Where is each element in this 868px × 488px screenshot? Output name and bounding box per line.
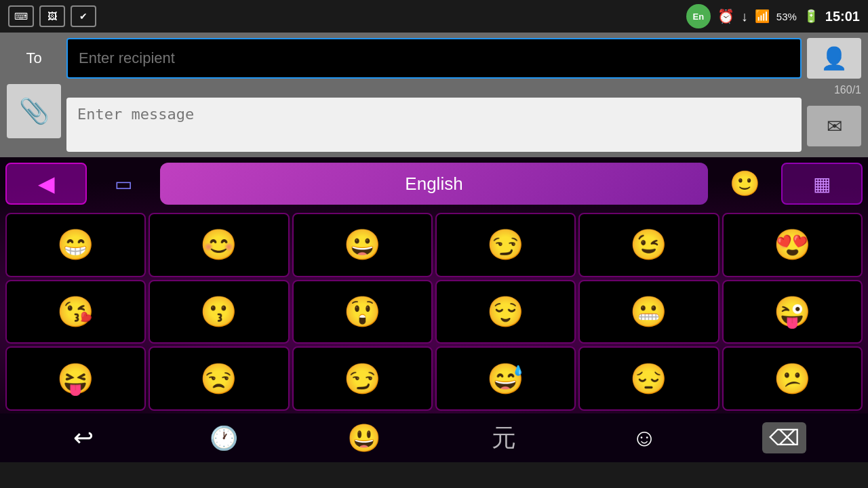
- attach-button[interactable]: 📎: [7, 84, 61, 138]
- emoji-smirk2[interactable]: 😏: [292, 346, 433, 411]
- language-button[interactable]: English: [160, 163, 708, 205]
- emoji-smirk[interactable]: 😏: [435, 213, 576, 277]
- microphone-icon: ◀: [38, 171, 55, 197]
- emoji-face-icon: 😃: [347, 422, 381, 454]
- kanji-button[interactable]: 元: [434, 418, 574, 458]
- battery-text: 53%: [776, 11, 797, 22]
- time-display: 15:01: [825, 9, 860, 24]
- emoji-pensive[interactable]: 😔: [578, 346, 719, 411]
- clock-icon: 🕐: [210, 424, 238, 451]
- clipboard-icon: ▭: [115, 173, 132, 195]
- check-icon: ✔: [71, 5, 96, 27]
- emoji-confused[interactable]: 😕: [722, 346, 863, 411]
- emoji-winking-tongue[interactable]: 😜: [722, 280, 863, 344]
- emoji-kissing[interactable]: 😗: [149, 280, 289, 344]
- message-row: 📎 160/1 ✉: [7, 84, 861, 152]
- emoji-relieved[interactable]: 😌: [435, 280, 576, 344]
- message-wrapper: 160/1 ✉: [66, 84, 861, 152]
- emoji-wink[interactable]: 😉: [578, 213, 719, 277]
- keyboard-area: ◀ ▭ English 🙂 ▦ 😁 😊 😀 😏 😉 😍 😘 😗 😲 😌 😬 😜 …: [0, 157, 868, 462]
- backspace-icon: ⌫: [762, 422, 806, 453]
- emoji-heart-eyes[interactable]: 😍: [722, 213, 863, 277]
- alarm-icon: ⏰: [717, 8, 734, 24]
- keyboard-top-bar: ◀ ▭ English 🙂 ▦: [0, 157, 868, 210]
- emoji-grinning[interactable]: 😁: [5, 213, 146, 277]
- contact-icon: 👤: [821, 45, 848, 71]
- language-badge: En: [686, 4, 711, 28]
- emoji-smiling[interactable]: 😊: [149, 213, 289, 277]
- emoji-unamused[interactable]: 😒: [149, 346, 289, 411]
- emoji-astonished[interactable]: 😲: [292, 280, 433, 344]
- keyboard-settings-icon: ▦: [813, 173, 831, 195]
- image-icon: 🖼: [39, 5, 65, 27]
- recipient-input[interactable]: [66, 38, 802, 79]
- messaging-area: To 👤 📎 160/1 ✉: [0, 33, 868, 157]
- battery-icon: 🔋: [804, 9, 818, 24]
- backspace-button[interactable]: ⌫: [714, 418, 854, 458]
- status-bar: ⌨ 🖼 ✔ En ⏰ ↓ 📶 53% 🔋 15:01: [0, 0, 868, 33]
- to-row: To 👤: [7, 38, 861, 79]
- smiley-icon: 🙂: [730, 169, 760, 198]
- download-icon: ↓: [741, 9, 748, 24]
- emoji-squinting-tongue[interactable]: 😝: [5, 346, 146, 411]
- back-button[interactable]: ↩: [14, 418, 154, 458]
- signal-icon: 📶: [755, 9, 770, 24]
- clipboard-button[interactable]: ▭: [90, 163, 157, 205]
- settings-button[interactable]: ▦: [781, 163, 863, 205]
- emoji-grid: 😁 😊 😀 😏 😉 😍 😘 😗 😲 😌 😬 😜 😝 😒 😏 😅 😔 😕: [0, 210, 868, 413]
- dotted-face-icon: ☺: [632, 424, 657, 452]
- status-right: En ⏰ ↓ 📶 53% 🔋 15:01: [686, 4, 860, 28]
- message-input[interactable]: [66, 98, 802, 152]
- to-label: To: [7, 49, 61, 67]
- face-button[interactable]: ☺: [574, 418, 715, 458]
- emoji-kissing-heart[interactable]: 😘: [5, 280, 146, 344]
- emoji-sweat-smile[interactable]: 😅: [435, 346, 576, 411]
- language-label: English: [405, 174, 462, 195]
- back-arrow-icon: ↩: [73, 424, 94, 452]
- kanji-icon: 元: [492, 422, 516, 455]
- contact-picker-button[interactable]: 👤: [807, 38, 861, 79]
- status-icons-left: ⌨ 🖼 ✔: [8, 5, 96, 27]
- char-count: 160/1: [834, 84, 861, 96]
- send-icon: ✉: [827, 115, 842, 138]
- emoji-grin[interactable]: 😀: [292, 213, 433, 277]
- emoji-bottom-button[interactable]: 😃: [294, 418, 434, 458]
- voice-button[interactable]: ◀: [5, 163, 87, 205]
- keyboard-bottom-bar: ↩ 🕐 😃 元 ☺ ⌫: [0, 413, 868, 462]
- emoji-grimacing[interactable]: 😬: [578, 280, 719, 344]
- emoji-top-button[interactable]: 🙂: [711, 163, 778, 205]
- keyboard-icon: ⌨: [8, 5, 34, 27]
- history-button[interactable]: 🕐: [154, 418, 294, 458]
- send-button[interactable]: ✉: [807, 106, 861, 146]
